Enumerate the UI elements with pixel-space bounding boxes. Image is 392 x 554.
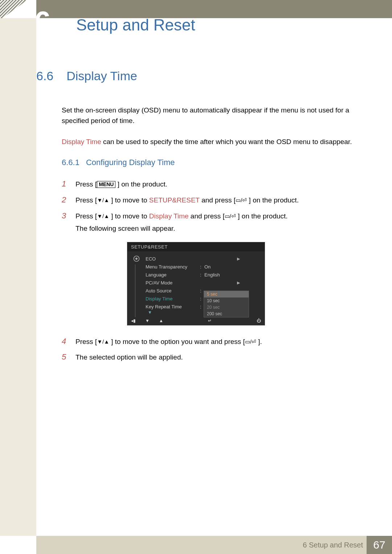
content-area: 6.6 Display Time Set the on-screen displ…: [36, 69, 356, 366]
tree-line: [135, 264, 139, 317]
step-number: 5: [62, 350, 68, 364]
chevron-right-icon: ▶: [237, 257, 242, 261]
text: Press [: [75, 196, 97, 204]
text: and press [: [189, 212, 225, 220]
dropdown-option: 5 sec: [204, 291, 249, 297]
text: and press [: [200, 196, 236, 204]
text: ] on the product.: [236, 212, 288, 220]
step-5: 5 The selected option will be applied.: [62, 350, 356, 364]
osd-body: ECO▶ Menu Transparency:On Language:Engli…: [127, 251, 265, 317]
section-number: 6.6: [36, 69, 53, 83]
intro-paragraph-1: Set the on-screen display (OSD) menu to …: [62, 105, 356, 126]
gear-icon: [133, 255, 140, 262]
osd-value: On: [204, 264, 237, 270]
text: Press [: [75, 212, 97, 220]
step-number: 3: [62, 209, 68, 223]
osd-label: Auto Source: [146, 288, 200, 294]
steps-list: 1 Press [MENU ] on the product. 2 Press …: [62, 177, 356, 235]
subsection-heading: 6.6.1 Configuring Display Time: [62, 158, 356, 167]
footer-text: 6 Setup and Reset: [303, 541, 363, 549]
page-number: 67: [367, 536, 392, 554]
intro-2-text: can be used to specify the time after wh…: [101, 138, 352, 145]
updown-icon: ▼/▲: [97, 338, 109, 345]
section-title: Display Time: [66, 69, 137, 83]
footer: 6 Setup and Reset 67: [0, 536, 392, 554]
osd-row-pcav: PC/AV Mode▶: [146, 279, 261, 287]
text: ] to move to: [109, 196, 149, 204]
header-bar: [36, 0, 392, 18]
osd-label: PC/AV Mode: [146, 280, 200, 286]
step-number: 2: [62, 193, 68, 207]
term-display-time: Display Time: [149, 212, 189, 220]
term-setupreset: SETUP&RESET: [149, 196, 200, 204]
dropdown-option: 10 sec: [204, 297, 249, 304]
osd-value: English: [204, 272, 237, 278]
step-1: 1 Press [MENU ] on the product.: [62, 177, 356, 191]
dropdown-option: 20 sec: [204, 304, 249, 311]
osd-title: SETUP&RESET: [127, 242, 265, 251]
caret-down-icon: ▼: [148, 310, 152, 315]
section-heading: 6.6 Display Time: [36, 69, 356, 83]
source-enter-icon: ▭/⏎: [245, 338, 256, 345]
osd-label: Display Time: [146, 296, 200, 301]
chapter-title: Setup and Reset: [76, 16, 195, 34]
text: ] on the product.: [247, 196, 299, 204]
svg-marker-1: [0, 0, 27, 20]
updown-icon: ▼/▲: [97, 213, 109, 219]
down-icon: ▼: [145, 318, 150, 323]
text: ] to move to: [109, 212, 149, 220]
subsection-title: Configuring Display Time: [86, 158, 175, 167]
text: ].: [256, 338, 262, 345]
text: ] to move to the option you want and pre…: [109, 338, 245, 345]
chapter-number: 6: [34, 7, 51, 36]
subsection-number: 6.6.1: [62, 158, 79, 167]
header-band: [0, 0, 392, 18]
left-margin-strip: [0, 18, 36, 536]
step-3: 3 Press [▼/▲ ] to move to Display Time a…: [62, 209, 356, 235]
osd-screenshot: SETUP&RESET ECO▶ Menu Transparency:On La…: [127, 242, 265, 325]
osd-label: Menu Transparency: [146, 264, 200, 270]
text: The selected option will be applied.: [75, 351, 356, 364]
step-number: 1: [62, 177, 68, 191]
back-icon: ◂▮: [131, 318, 136, 323]
text: Press [: [75, 338, 97, 345]
svg-point-3: [135, 258, 138, 260]
text: The following screen will appear.: [75, 225, 175, 232]
source-enter-icon: ▭/⏎: [225, 213, 236, 219]
updown-icon: ▼/▲: [97, 197, 109, 203]
osd-dropdown: 5 sec 10 sec 20 sec 200 sec: [204, 291, 249, 317]
source-enter-icon: ▭/⏎: [236, 197, 247, 203]
step-2: 2 Press [▼/▲ ] to move to SETUP&RESET an…: [62, 193, 356, 207]
step-4: 4 Press [▼/▲ ] to move to the option you…: [62, 334, 356, 349]
osd-label: Language: [146, 272, 200, 278]
osd-label: Key Repeat Time: [146, 304, 200, 309]
text: ] on the product.: [115, 180, 167, 188]
page-root: { "header": { "chapter_number": "6", "ch…: [0, 0, 392, 554]
term-display-time: Display Time: [62, 138, 101, 145]
power-icon: ⏻: [257, 318, 261, 323]
steps-list-cont: 4 Press [▼/▲ ] to move to the option you…: [62, 334, 356, 364]
osd-label: ECO: [146, 256, 200, 262]
enter-icon: ↵: [208, 318, 212, 323]
up-icon: ▲: [159, 318, 163, 323]
intro-paragraph-2: Display Time can be used to specify the …: [62, 136, 356, 147]
osd-bottom-bar: ◂▮ ▼ ▲ ↵ ⏻: [127, 316, 265, 325]
menu-button-icon: MENU: [97, 181, 115, 188]
osd-row-menu-transparency: Menu Transparency:On: [146, 263, 261, 271]
text: Press [: [75, 180, 97, 188]
step-number: 4: [62, 334, 68, 349]
osd-row-eco: ECO▶: [146, 255, 261, 263]
chevron-right-icon: ▶: [237, 280, 242, 285]
osd-row-language: Language:English: [146, 271, 261, 279]
osd-left-column: [131, 255, 142, 317]
